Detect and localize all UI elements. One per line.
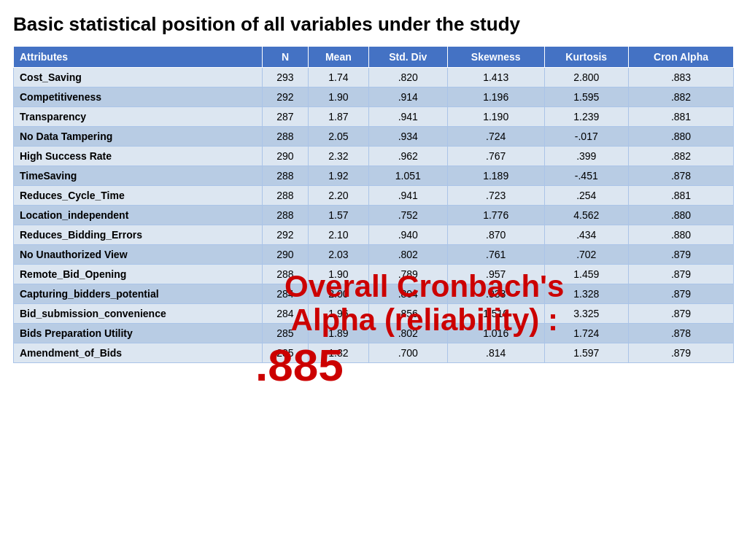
data-cell: .789	[368, 265, 447, 284]
data-cell: .767	[447, 147, 544, 166]
attribute-cell: High Success Rate	[14, 147, 263, 166]
data-cell: 2.00	[309, 284, 369, 304]
data-cell: .878	[629, 324, 734, 343]
table-row: TimeSaving2881.921.0511.189-.451.878	[14, 166, 734, 186]
data-cell: .934	[368, 127, 447, 147]
data-cell: 287	[262, 107, 308, 127]
data-cell: .802	[368, 245, 447, 265]
data-cell: 288	[262, 186, 308, 206]
data-cell: .880	[629, 225, 734, 245]
attribute-cell: Cost_Saving	[14, 68, 263, 88]
table-row: Bids Preparation Utility2851.89.8021.016…	[14, 324, 734, 343]
data-cell: 1.239	[544, 107, 629, 127]
table-row: High Success Rate2902.32.962.767.399.882	[14, 147, 734, 166]
table-row: Capturing_bidders_potential2842.00.804.9…	[14, 284, 734, 304]
attribute-cell: Capturing_bidders_potential	[14, 284, 263, 304]
data-cell: .802	[368, 324, 447, 343]
attribute-cell: Transparency	[14, 107, 263, 127]
data-cell: 1.57	[309, 206, 369, 225]
data-cell: 1.82	[309, 343, 369, 363]
data-cell: 1.189	[447, 166, 544, 186]
table-row: Transparency2871.87.9411.1901.239.881	[14, 107, 734, 127]
attribute-cell: No Data Tampering	[14, 127, 263, 147]
data-cell: .879	[629, 245, 734, 265]
page-container: Basic statistical position of all variab…	[0, 0, 747, 370]
data-cell: -.451	[544, 166, 629, 186]
data-cell: .882	[629, 147, 734, 166]
data-cell: 288	[262, 265, 308, 284]
table-row: Cost_Saving2931.74.8201.4132.800.883	[14, 68, 734, 88]
table-row: Reduces_Cycle_Time2882.20.941.723.254.88…	[14, 186, 734, 206]
data-cell: .434	[544, 225, 629, 245]
data-cell: .940	[368, 225, 447, 245]
data-cell: .723	[447, 186, 544, 206]
data-cell: 1.459	[544, 265, 629, 284]
table-row: Amendment_of_Bids2851.82.700.8141.597.87…	[14, 343, 734, 363]
data-cell: .880	[629, 127, 734, 147]
data-cell: .878	[629, 166, 734, 186]
data-cell: 1.87	[309, 107, 369, 127]
data-cell: 1.190	[447, 107, 544, 127]
data-cell: .883	[629, 68, 734, 88]
data-cell: 284	[262, 284, 308, 304]
data-cell: 1.724	[544, 324, 629, 343]
data-cell: .814	[447, 343, 544, 363]
data-cell: 3.325	[544, 304, 629, 324]
data-cell: 1.016	[447, 324, 544, 343]
attribute-cell: Amendment_of_Bids	[14, 343, 263, 363]
data-cell: 2.20	[309, 186, 369, 206]
data-cell: .880	[629, 206, 734, 225]
data-cell: .941	[368, 186, 447, 206]
data-cell: 1.92	[309, 166, 369, 186]
data-cell: 288	[262, 206, 308, 225]
data-cell: 285	[262, 343, 308, 363]
table-row: Remote_Bid_Opening2881.90.789.9571.459.8…	[14, 265, 734, 284]
data-cell: 1.74	[309, 68, 369, 88]
data-cell: 292	[262, 225, 308, 245]
col-header-3: Std. Div	[368, 47, 447, 68]
data-cell: .962	[368, 147, 447, 166]
data-cell: 290	[262, 147, 308, 166]
table-row: No Unauthorized View2902.03.802.761.702.…	[14, 245, 734, 265]
data-cell: 2.32	[309, 147, 369, 166]
data-cell: 1.90	[309, 88, 369, 107]
data-cell: 288	[262, 166, 308, 186]
data-cell: 292	[262, 88, 308, 107]
data-cell: .957	[447, 265, 544, 284]
data-cell: 1.413	[447, 68, 544, 88]
data-cell: 290	[262, 245, 308, 265]
data-cell: 1.96	[309, 304, 369, 324]
data-cell: .724	[447, 127, 544, 147]
data-cell: 288	[262, 127, 308, 147]
data-cell: .938	[447, 284, 544, 304]
data-cell: 1.89	[309, 324, 369, 343]
attribute-cell: Reduces_Cycle_Time	[14, 186, 263, 206]
col-header-1: N	[262, 47, 308, 68]
data-cell: .882	[629, 88, 734, 107]
data-cell: .879	[629, 343, 734, 363]
data-cell: .804	[368, 284, 447, 304]
data-cell: -.017	[544, 127, 629, 147]
data-cell: .820	[368, 68, 447, 88]
data-cell: 293	[262, 68, 308, 88]
data-cell: .761	[447, 245, 544, 265]
data-cell: .914	[368, 88, 447, 107]
data-cell: .879	[629, 284, 734, 304]
data-cell: 284	[262, 304, 308, 324]
data-cell: 1.597	[544, 343, 629, 363]
attribute-cell: Bid_submission_convenience	[14, 304, 263, 324]
data-cell: 2.800	[544, 68, 629, 88]
data-cell: 2.10	[309, 225, 369, 245]
attribute-cell: Remote_Bid_Opening	[14, 265, 263, 284]
statistics-table: AttributesNMeanStd. DivSkewnessKurtosisC…	[13, 46, 734, 363]
attribute-cell: TimeSaving	[14, 166, 263, 186]
col-header-6: Cron Alpha	[629, 47, 734, 68]
col-header-0: Attributes	[14, 47, 263, 68]
data-cell: 4.562	[544, 206, 629, 225]
data-cell: 2.05	[309, 127, 369, 147]
data-cell: 2.03	[309, 245, 369, 265]
attribute-cell: No Unauthorized View	[14, 245, 263, 265]
data-cell: 1.510	[447, 304, 544, 324]
col-header-5: Kurtosis	[544, 47, 629, 68]
data-cell: 1.328	[544, 284, 629, 304]
